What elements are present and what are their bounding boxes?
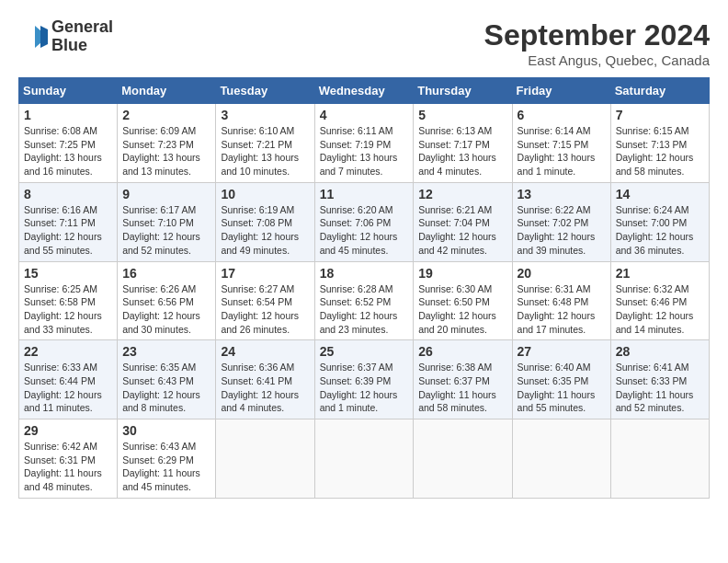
calendar-day-cell <box>512 419 610 499</box>
day-info: Sunrise: 6:30 AM Sunset: 6:50 PM Dayligh… <box>418 282 506 337</box>
location: East Angus, Quebec, Canada <box>484 52 710 68</box>
calendar-week-row: 1 Sunrise: 6:08 AM Sunset: 7:25 PM Dayli… <box>19 104 710 183</box>
calendar-day-cell: 20 Sunrise: 6:31 AM Sunset: 6:48 PM Dayl… <box>512 261 610 340</box>
day-number: 12 <box>418 187 506 201</box>
day-number: 19 <box>418 266 506 281</box>
day-info: Sunrise: 6:10 AM Sunset: 7:21 PM Dayligh… <box>221 124 309 178</box>
day-number: 13 <box>518 187 606 201</box>
calendar-day-cell <box>610 419 709 499</box>
calendar-day-cell: 26 Sunrise: 6:38 AM Sunset: 6:37 PM Dayl… <box>414 340 512 419</box>
title-section: September 2024 East Angus, Quebec, Canad… <box>484 18 710 68</box>
day-number: 20 <box>518 266 606 281</box>
logo-text: General Blue <box>51 18 113 55</box>
day-number: 28 <box>616 344 704 359</box>
day-number: 24 <box>221 344 309 359</box>
day-number: 30 <box>122 423 210 438</box>
day-info: Sunrise: 6:26 AM Sunset: 6:56 PM Dayligh… <box>122 282 210 337</box>
day-number: 22 <box>24 344 112 359</box>
day-info: Sunrise: 6:08 AM Sunset: 7:25 PM Dayligh… <box>24 124 112 178</box>
day-info: Sunrise: 6:32 AM Sunset: 6:46 PM Dayligh… <box>616 282 704 337</box>
weekday-header: Saturday <box>610 78 709 104</box>
day-number: 21 <box>616 266 704 281</box>
day-number: 2 <box>122 108 210 122</box>
calendar-day-cell: 12 Sunrise: 6:21 AM Sunset: 7:04 PM Dayl… <box>414 182 512 261</box>
day-info: Sunrise: 6:13 AM Sunset: 7:17 PM Dayligh… <box>418 124 506 178</box>
calendar-day-cell: 10 Sunrise: 6:19 AM Sunset: 7:08 PM Dayl… <box>216 182 314 261</box>
calendar-day-cell: 30 Sunrise: 6:43 AM Sunset: 6:29 PM Dayl… <box>118 419 216 499</box>
calendar-day-cell: 25 Sunrise: 6:37 AM Sunset: 6:39 PM Dayl… <box>314 340 414 419</box>
day-info: Sunrise: 6:22 AM Sunset: 7:02 PM Dayligh… <box>518 203 606 258</box>
calendar-week-row: 22 Sunrise: 6:33 AM Sunset: 6:44 PM Dayl… <box>19 340 710 419</box>
calendar-day-cell: 24 Sunrise: 6:36 AM Sunset: 6:41 PM Dayl… <box>216 340 314 419</box>
day-number: 17 <box>221 266 309 281</box>
logo-line2: Blue <box>51 37 113 55</box>
day-info: Sunrise: 6:27 AM Sunset: 6:54 PM Dayligh… <box>221 282 309 337</box>
day-number: 6 <box>518 108 606 122</box>
calendar-week-row: 15 Sunrise: 6:25 AM Sunset: 6:58 PM Dayl… <box>19 261 710 340</box>
calendar-day-cell <box>314 419 414 499</box>
calendar-day-cell <box>216 419 314 499</box>
calendar-day-cell: 19 Sunrise: 6:30 AM Sunset: 6:50 PM Dayl… <box>414 261 512 340</box>
calendar-day-cell <box>414 419 512 499</box>
calendar-week-row: 8 Sunrise: 6:16 AM Sunset: 7:11 PM Dayli… <box>19 182 710 261</box>
day-info: Sunrise: 6:21 AM Sunset: 7:04 PM Dayligh… <box>418 203 506 258</box>
day-info: Sunrise: 6:43 AM Sunset: 6:29 PM Dayligh… <box>122 440 210 494</box>
calendar-day-cell: 8 Sunrise: 6:16 AM Sunset: 7:11 PM Dayli… <box>19 182 118 261</box>
page-header: General Blue September 2024 East Angus, … <box>18 18 710 68</box>
day-info: Sunrise: 6:41 AM Sunset: 6:33 PM Dayligh… <box>616 361 704 415</box>
weekday-header: Sunday <box>19 78 118 104</box>
day-number: 16 <box>122 266 210 281</box>
calendar-table: SundayMondayTuesdayWednesdayThursdayFrid… <box>18 77 710 499</box>
calendar-day-cell: 13 Sunrise: 6:22 AM Sunset: 7:02 PM Dayl… <box>512 182 610 261</box>
weekday-header: Friday <box>512 78 610 104</box>
logo-line1: General <box>51 18 113 37</box>
day-number: 3 <box>221 108 309 122</box>
calendar-day-cell: 29 Sunrise: 6:42 AM Sunset: 6:31 PM Dayl… <box>19 419 118 499</box>
day-number: 11 <box>320 187 409 201</box>
day-info: Sunrise: 6:42 AM Sunset: 6:31 PM Dayligh… <box>24 440 112 494</box>
calendar-day-cell: 2 Sunrise: 6:09 AM Sunset: 7:23 PM Dayli… <box>118 104 216 183</box>
day-number: 14 <box>616 187 704 201</box>
calendar-header-row: SundayMondayTuesdayWednesdayThursdayFrid… <box>19 78 710 104</box>
svg-marker-2 <box>40 26 48 48</box>
day-number: 7 <box>616 108 704 122</box>
calendar-day-cell: 17 Sunrise: 6:27 AM Sunset: 6:54 PM Dayl… <box>216 261 314 340</box>
logo-icon <box>18 22 48 52</box>
calendar-day-cell: 7 Sunrise: 6:15 AM Sunset: 7:13 PM Dayli… <box>610 104 709 183</box>
day-number: 9 <box>122 187 210 201</box>
calendar-day-cell: 28 Sunrise: 6:41 AM Sunset: 6:33 PM Dayl… <box>610 340 709 419</box>
calendar-day-cell: 22 Sunrise: 6:33 AM Sunset: 6:44 PM Dayl… <box>19 340 118 419</box>
day-info: Sunrise: 6:16 AM Sunset: 7:11 PM Dayligh… <box>24 203 112 258</box>
day-info: Sunrise: 6:25 AM Sunset: 6:58 PM Dayligh… <box>24 282 112 337</box>
day-info: Sunrise: 6:24 AM Sunset: 7:00 PM Dayligh… <box>616 203 704 258</box>
calendar-day-cell: 1 Sunrise: 6:08 AM Sunset: 7:25 PM Dayli… <box>19 104 118 183</box>
calendar-day-cell: 16 Sunrise: 6:26 AM Sunset: 6:56 PM Dayl… <box>118 261 216 340</box>
day-info: Sunrise: 6:19 AM Sunset: 7:08 PM Dayligh… <box>221 203 309 258</box>
day-number: 8 <box>24 187 112 201</box>
month-title: September 2024 <box>484 18 710 52</box>
calendar-day-cell: 14 Sunrise: 6:24 AM Sunset: 7:00 PM Dayl… <box>610 182 709 261</box>
day-info: Sunrise: 6:11 AM Sunset: 7:19 PM Dayligh… <box>320 124 409 178</box>
calendar-day-cell: 6 Sunrise: 6:14 AM Sunset: 7:15 PM Dayli… <box>512 104 610 183</box>
weekday-header: Tuesday <box>216 78 314 104</box>
weekday-header: Thursday <box>414 78 512 104</box>
weekday-header: Monday <box>118 78 216 104</box>
day-info: Sunrise: 6:31 AM Sunset: 6:48 PM Dayligh… <box>518 282 606 337</box>
day-number: 5 <box>418 108 506 122</box>
calendar-day-cell: 5 Sunrise: 6:13 AM Sunset: 7:17 PM Dayli… <box>414 104 512 183</box>
calendar-day-cell: 9 Sunrise: 6:17 AM Sunset: 7:10 PM Dayli… <box>118 182 216 261</box>
calendar-day-cell: 3 Sunrise: 6:10 AM Sunset: 7:21 PM Dayli… <box>216 104 314 183</box>
logo: General Blue <box>18 18 113 55</box>
day-number: 18 <box>320 266 409 281</box>
day-info: Sunrise: 6:15 AM Sunset: 7:13 PM Dayligh… <box>616 124 704 178</box>
day-info: Sunrise: 6:36 AM Sunset: 6:41 PM Dayligh… <box>221 361 309 415</box>
day-info: Sunrise: 6:40 AM Sunset: 6:35 PM Dayligh… <box>518 361 606 415</box>
day-number: 10 <box>221 187 309 201</box>
day-info: Sunrise: 6:37 AM Sunset: 6:39 PM Dayligh… <box>320 361 409 415</box>
day-info: Sunrise: 6:14 AM Sunset: 7:15 PM Dayligh… <box>518 124 606 178</box>
day-number: 27 <box>518 344 606 359</box>
calendar-day-cell: 15 Sunrise: 6:25 AM Sunset: 6:58 PM Dayl… <box>19 261 118 340</box>
day-info: Sunrise: 6:28 AM Sunset: 6:52 PM Dayligh… <box>320 282 409 337</box>
day-info: Sunrise: 6:17 AM Sunset: 7:10 PM Dayligh… <box>122 203 210 258</box>
day-info: Sunrise: 6:20 AM Sunset: 7:06 PM Dayligh… <box>320 203 409 258</box>
